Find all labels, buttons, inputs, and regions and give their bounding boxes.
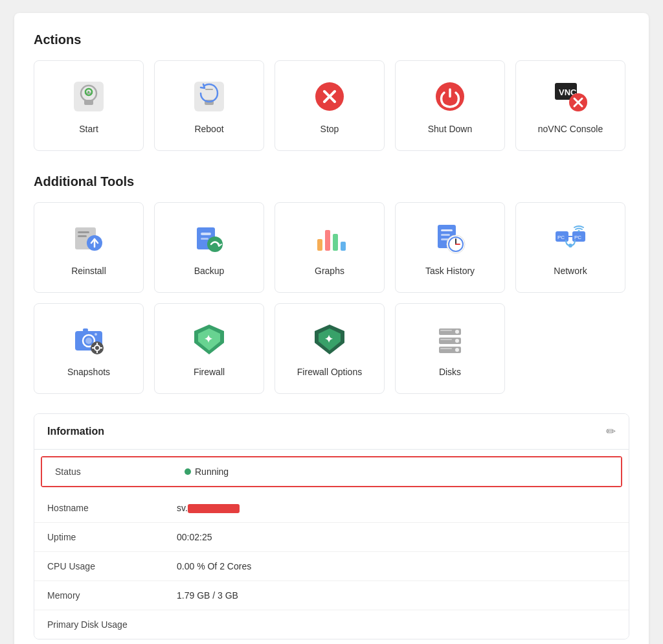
svg-point-64 bbox=[455, 330, 459, 334]
actions-title: Actions bbox=[34, 32, 629, 47]
memory-value: 1.79 GB / 3 GB bbox=[177, 590, 238, 601]
svg-rect-68 bbox=[440, 339, 452, 340]
stop-button[interactable]: Stop bbox=[275, 60, 385, 151]
reinstall-icon bbox=[69, 219, 108, 258]
cpu-key: CPU Usage bbox=[47, 561, 177, 571]
svg-text:PC: PC bbox=[557, 235, 565, 240]
actions-grid: Start Reboot bbox=[34, 60, 629, 151]
additional-title: Additional Tools bbox=[34, 174, 629, 189]
disk-key: Primary Disk Usage bbox=[47, 619, 177, 630]
disks-label: Disks bbox=[439, 367, 461, 377]
firewall-label: Firewall bbox=[194, 367, 225, 377]
additional-grid: Reinstall Backup bbox=[34, 202, 629, 394]
graphs-label: Graphs bbox=[315, 266, 344, 276]
hostname-value: sv. bbox=[177, 503, 240, 513]
svg-point-65 bbox=[455, 339, 459, 343]
firewall-options-button[interactable]: ✦ Firewall Options bbox=[275, 303, 385, 394]
svg-point-46 bbox=[85, 338, 92, 344]
svg-rect-22 bbox=[201, 233, 211, 235]
taskhistory-button[interactable]: Task History bbox=[395, 202, 505, 293]
svg-rect-20 bbox=[78, 235, 87, 237]
firewall-icon: ✦ bbox=[190, 320, 229, 359]
reboot-icon bbox=[190, 77, 229, 116]
status-key: Status bbox=[55, 466, 185, 477]
snapshots-label: Snapshots bbox=[67, 367, 110, 377]
shutdown-button[interactable]: Shut Down bbox=[395, 60, 505, 151]
info-section-title: Information bbox=[47, 426, 104, 437]
svg-rect-28 bbox=[341, 242, 346, 251]
network-label: Network bbox=[554, 266, 587, 276]
network-icon: PC PC bbox=[551, 219, 590, 258]
memory-key: Memory bbox=[47, 590, 177, 601]
svg-text:✦: ✦ bbox=[204, 334, 213, 345]
svg-point-40 bbox=[568, 244, 572, 247]
svg-text:✦: ✦ bbox=[324, 334, 333, 345]
shutdown-icon bbox=[431, 77, 469, 116]
stop-icon bbox=[310, 77, 349, 116]
start-icon bbox=[69, 77, 108, 116]
backup-label: Backup bbox=[194, 266, 225, 276]
firewall-button[interactable]: ✦ Firewall bbox=[154, 303, 264, 394]
svg-rect-47 bbox=[83, 328, 88, 332]
hostname-key: Hostname bbox=[47, 503, 177, 513]
shutdown-label: Shut Down bbox=[428, 124, 472, 134]
firewall-options-icon: ✦ bbox=[310, 320, 349, 359]
svg-rect-69 bbox=[440, 348, 452, 349]
disks-button[interactable]: Disks bbox=[395, 303, 505, 394]
uptime-value: 00:02:25 bbox=[177, 532, 212, 542]
disks-icon bbox=[431, 320, 469, 359]
reboot-button[interactable]: Reboot bbox=[154, 60, 264, 151]
stop-label: Stop bbox=[320, 124, 339, 134]
memory-row: Memory 1.79 GB / 3 GB bbox=[34, 581, 629, 610]
status-row: Status Running bbox=[42, 457, 621, 486]
cpu-value: 0.00 % Of 2 Cores bbox=[177, 561, 251, 571]
reinstall-label: Reinstall bbox=[71, 266, 106, 276]
graphs-icon bbox=[310, 219, 349, 258]
taskhistory-icon bbox=[431, 219, 469, 258]
cpu-row: CPU Usage 0.00 % Of 2 Cores bbox=[34, 552, 629, 581]
reinstall-button[interactable]: Reinstall bbox=[34, 202, 144, 293]
svg-rect-5 bbox=[194, 82, 224, 111]
start-button[interactable]: Start bbox=[34, 60, 144, 151]
uptime-key: Uptime bbox=[47, 532, 177, 542]
svg-rect-2 bbox=[84, 100, 93, 105]
svg-point-66 bbox=[455, 348, 459, 352]
svg-rect-31 bbox=[441, 234, 450, 236]
svg-rect-30 bbox=[441, 229, 453, 231]
svg-rect-23 bbox=[201, 238, 208, 240]
svg-text:PC: PC bbox=[574, 235, 581, 240]
svg-point-48 bbox=[95, 333, 97, 336]
graphs-button[interactable]: Graphs bbox=[275, 202, 385, 293]
novnc-button[interactable]: VNC noVNC Console bbox=[515, 60, 625, 151]
svg-rect-19 bbox=[78, 231, 89, 233]
svg-rect-25 bbox=[317, 239, 322, 251]
backup-icon bbox=[190, 219, 229, 258]
svg-point-43 bbox=[578, 230, 580, 232]
svg-rect-26 bbox=[325, 230, 330, 251]
uptime-row: Uptime 00:02:25 bbox=[34, 523, 629, 552]
hostname-redacted bbox=[188, 504, 240, 513]
reboot-label: Reboot bbox=[194, 124, 223, 134]
info-section: Information ✏ Status Running Hostname sv… bbox=[34, 413, 629, 639]
disk-row: Primary Disk Usage bbox=[34, 610, 629, 639]
network-button[interactable]: PC PC Network bbox=[515, 202, 625, 293]
status-value: Running bbox=[185, 466, 229, 477]
status-dot bbox=[185, 468, 191, 475]
main-card: Actions Start bbox=[14, 13, 649, 644]
novnc-icon: VNC bbox=[551, 77, 590, 116]
hostname-row: Hostname sv. bbox=[34, 494, 629, 523]
status-text: Running bbox=[195, 466, 229, 477]
edit-icon[interactable]: ✏ bbox=[606, 424, 616, 439]
backup-button[interactable]: Backup bbox=[154, 202, 264, 293]
status-row-wrapper: Status Running bbox=[41, 456, 622, 487]
firewall-options-label: Firewall Options bbox=[297, 367, 362, 377]
taskhistory-label: Task History bbox=[425, 266, 475, 276]
snapshots-button[interactable]: Snapshots bbox=[34, 303, 144, 394]
info-header: Information ✏ bbox=[34, 414, 629, 450]
svg-rect-27 bbox=[333, 234, 338, 251]
novnc-label: noVNC Console bbox=[538, 124, 603, 134]
svg-rect-67 bbox=[440, 330, 452, 331]
start-label: Start bbox=[79, 124, 98, 134]
snapshots-icon bbox=[69, 320, 108, 359]
